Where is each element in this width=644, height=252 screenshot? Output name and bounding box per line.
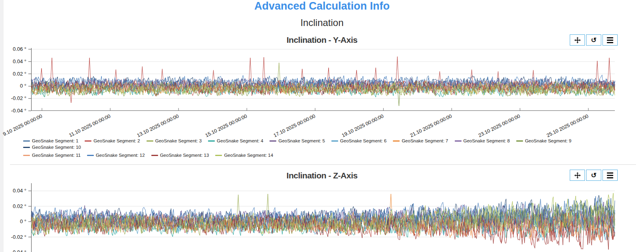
y-tick-label: 0 ° <box>0 218 26 225</box>
legend-item-label: GeoSnake Segment: 6 <box>340 138 386 143</box>
legend-color-dash <box>87 155 94 156</box>
legend-item[interactable]: GeoSnake Segment: 2 <box>85 138 140 143</box>
pan-button[interactable] <box>570 170 585 181</box>
legend-item[interactable]: GeoSnake Segment: 13 <box>151 153 209 158</box>
y-tick-label: 0.04 ° <box>0 58 26 65</box>
legend-color-dash <box>331 140 338 142</box>
section-divider <box>10 164 636 165</box>
legend-item-label: GeoSnake Segment: 11 <box>32 153 81 158</box>
legend-item-label: GeoSnake Segment: 8 <box>464 138 510 143</box>
legend-item[interactable]: GeoSnake Segment: 3 <box>147 138 202 143</box>
legend-item[interactable]: GeoSnake Segment: 7 <box>393 138 448 143</box>
chart-toolbar-z-axis: ↺ <box>570 170 618 181</box>
y-tick-label: -0.04 ° <box>0 249 26 252</box>
plot-area-z-axis[interactable]: 0.04 °0.02 °0 °-0.02 °-0.04 ° <box>31 183 615 252</box>
menu-button[interactable] <box>602 34 618 46</box>
chart-legend: GeoSnake Segment: 1GeoSnake Segment: 2Ge… <box>23 138 622 158</box>
reset-icon: ↺ <box>591 171 596 180</box>
legend-color-dash <box>269 140 276 142</box>
y-tick-label: 0.02 ° <box>0 203 26 210</box>
legend-item[interactable]: GeoSnake Segment: 10 <box>23 145 81 150</box>
y-tick-label: 0.04 ° <box>0 188 26 194</box>
legend-item-label: GeoSnake Segment: 13 <box>160 153 209 158</box>
reset-button[interactable]: ↺ <box>586 170 601 181</box>
legend-item-label: GeoSnake Segment: 10 <box>32 145 81 150</box>
plot-svg <box>31 183 615 252</box>
advanced-calculation-page: Advanced Calculation Info Inclination In… <box>0 0 644 252</box>
legend-color-dash <box>208 140 215 142</box>
chart-title-y-axis: Inclination - Y-Axis <box>0 35 644 45</box>
plot-svg <box>31 48 615 111</box>
menu-icon <box>607 172 613 178</box>
legend-color-dash <box>151 155 158 156</box>
legend-item[interactable]: GeoSnake Segment: 9 <box>516 138 571 143</box>
reset-button[interactable]: ↺ <box>586 34 601 46</box>
legend-color-dash <box>516 140 523 142</box>
menu-icon <box>607 37 613 43</box>
legend-item-label: GeoSnake Segment: 9 <box>525 138 571 143</box>
legend-color-dash <box>85 140 91 142</box>
legend-item[interactable]: GeoSnake Segment: 11 <box>23 153 81 158</box>
legend-item[interactable]: GeoSnake Segment: 5 <box>269 138 325 143</box>
page-title: Advanced Calculation Info <box>0 0 644 12</box>
chart-toolbar-y-axis: ↺ <box>570 34 618 46</box>
y-tick-label: -0.04 ° <box>0 108 26 114</box>
section-title: Inclination <box>0 17 644 28</box>
pan-button[interactable] <box>570 34 585 46</box>
legend-color-dash <box>393 140 400 142</box>
legend-item[interactable]: GeoSnake Segment: 12 <box>87 153 145 158</box>
legend-color-dash <box>215 155 222 156</box>
legend-item[interactable]: GeoSnake Segment: 6 <box>331 138 386 143</box>
legend-item-label: GeoSnake Segment: 4 <box>217 138 263 143</box>
legend-color-dash <box>23 155 30 156</box>
legend-color-dash <box>23 147 30 148</box>
y-tick-label: -0.02 ° <box>0 95 26 102</box>
legend-item-label: GeoSnake Segment: 1 <box>32 138 78 143</box>
legend-item-label: GeoSnake Segment: 7 <box>402 138 448 143</box>
legend-item-label: GeoSnake Segment: 12 <box>96 153 145 158</box>
legend-color-dash <box>23 140 30 142</box>
y-tick-label: 0 ° <box>0 83 26 89</box>
legend-item-label: GeoSnake Segment: 14 <box>224 153 273 158</box>
menu-button[interactable] <box>602 170 618 181</box>
legend-item-label: GeoSnake Segment: 2 <box>93 138 140 143</box>
legend-item[interactable]: GeoSnake Segment: 4 <box>208 138 263 143</box>
pan-icon <box>574 37 581 44</box>
pan-icon <box>574 172 581 179</box>
legend-item[interactable]: GeoSnake Segment: 8 <box>455 138 510 143</box>
y-tick-label: 0.06 ° <box>0 46 26 52</box>
legend-color-dash <box>455 140 462 142</box>
legend-color-dash <box>147 140 153 142</box>
plot-area-y-axis[interactable]: 0.06 °0.04 °0.02 °0 °-0.02 °-0.04 °9.10 … <box>31 48 615 111</box>
legend-item-label: GeoSnake Segment: 5 <box>278 138 325 143</box>
chart-title-z-axis: Inclination - Z-Axis <box>0 171 644 180</box>
legend-item[interactable]: GeoSnake Segment: 14 <box>215 153 273 158</box>
y-tick-label: -0.02 ° <box>0 234 26 240</box>
y-tick-label: 0.02 ° <box>0 71 26 77</box>
reset-icon: ↺ <box>591 36 596 44</box>
legend-item-label: GeoSnake Segment: 3 <box>155 138 202 143</box>
legend-item[interactable]: GeoSnake Segment: 1 <box>23 138 78 143</box>
